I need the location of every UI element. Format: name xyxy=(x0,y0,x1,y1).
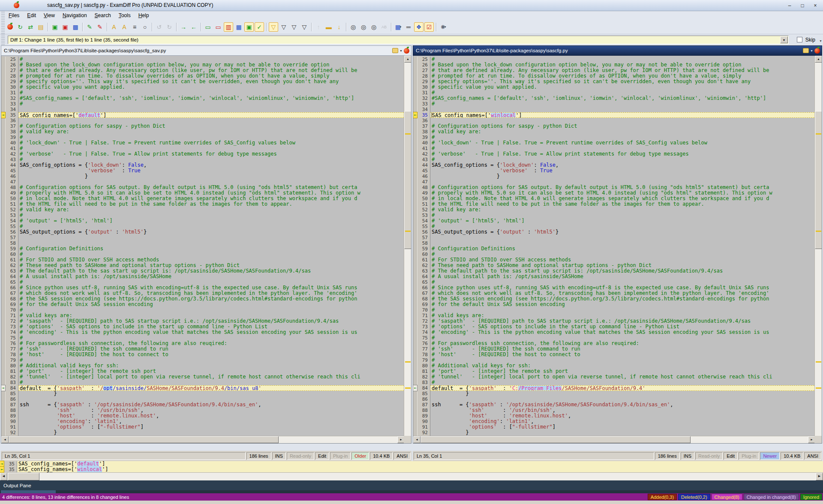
code-line[interactable]: 82# 'tunnel' - [integer] local port to o… xyxy=(413,374,814,380)
open-files-icon[interactable]: ▤ xyxy=(36,22,45,32)
code-line[interactable]: 86 xyxy=(413,396,814,402)
split-view-icon[interactable]: ▥ xyxy=(224,22,233,32)
code-line[interactable]: 34 xyxy=(413,107,814,112)
menu-files[interactable]: Files xyxy=(5,12,23,19)
code-line[interactable]: 92 } xyxy=(1,430,404,435)
code-line[interactable]: 90 'encoding': 'latin1', xyxy=(1,419,404,424)
minimize-button[interactable]: – xyxy=(784,1,796,10)
code-line[interactable]: 90 'encoding': 'latin1', xyxy=(413,419,814,424)
options-icon[interactable]: ✸▾ xyxy=(439,22,448,32)
scroll-up-icon[interactable]: ▲ xyxy=(404,56,412,63)
print-icon[interactable]: ≡ xyxy=(130,22,139,32)
scroll-right-icon[interactable]: ▶ xyxy=(816,473,823,480)
code-line[interactable]: 44SAS_config_options = {'lock_down': Fal… xyxy=(1,162,404,168)
code-line[interactable]: 91 'options' : ["-fullstimer"] xyxy=(413,424,814,430)
code-line[interactable]: 28# prompted for at run time. To dissall… xyxy=(1,73,404,79)
code-line[interactable]: 49# properly with HTML 5.0 so it can als… xyxy=(1,190,404,196)
save-as-first-icon[interactable]: A xyxy=(109,22,119,32)
code-line[interactable]: 33# xyxy=(1,101,404,107)
right-code-area[interactable]: 25#26# Based upon the lock_down configur… xyxy=(413,57,814,441)
code-line[interactable]: 61# For STDIO and STDIO over SSH access … xyxy=(1,257,404,263)
menu-search[interactable]: Search xyxy=(91,12,115,19)
code-line[interactable]: 53# xyxy=(413,213,814,218)
code-line[interactable]: →84default = {'saspath' : '/opt/sasinsid… xyxy=(1,385,404,391)
code-line[interactable]: 43# xyxy=(413,157,814,162)
code-line[interactable]: 72# 'saspath' - [REQUIRED] path to SAS s… xyxy=(413,318,814,324)
code-line[interactable]: 50# in local mode. Note that HTML 4.0 wi… xyxy=(413,196,814,201)
left-code-area[interactable]: 25#26# Based upon the lock_down configur… xyxy=(1,57,404,441)
code-line[interactable]: 85 } xyxy=(1,391,404,396)
save-all-icon[interactable]: ▩ xyxy=(71,22,80,32)
edit-first-icon[interactable]: ✎ xyxy=(85,22,94,32)
sync-scroll-icon[interactable]: ▣ xyxy=(244,22,254,32)
code-line[interactable]: 88 'ssh' : '/usr/bin/ssh', xyxy=(413,408,814,413)
code-line[interactable]: 68# the SAS session encoding (see https:… xyxy=(1,296,404,302)
code-line[interactable]: 73# 'options' - SAS options to include i… xyxy=(1,324,404,330)
code-line[interactable]: 70# xyxy=(1,307,404,313)
left-editor-pane[interactable]: 25#26# Based upon the lock_down configur… xyxy=(1,56,412,444)
code-line[interactable]: 25# xyxy=(1,57,404,62)
code-line[interactable]: 75# xyxy=(413,335,814,341)
code-line[interactable]: 73# 'options' - SAS options to include i… xyxy=(413,324,814,330)
code-line[interactable]: 91 'options' : ["-fullstimer"] xyxy=(1,424,404,430)
code-line[interactable]: 48# Configuration options for SAS output… xyxy=(413,185,814,190)
code-line[interactable]: 80# Additional valid keys for ssh: xyxy=(413,363,814,369)
code-line[interactable]: 68# the SAS session encoding (see https:… xyxy=(413,296,814,302)
recompare-icon[interactable]: ↻ xyxy=(15,22,25,32)
code-line[interactable]: 78# 'host' - [REQUIRED] the host to conn… xyxy=(413,352,814,357)
skip-checkbox[interactable] xyxy=(797,37,802,42)
code-line[interactable]: →35SAS_config_names=['default'] xyxy=(1,112,404,118)
code-line[interactable]: 37# Configuration options for saspy - py… xyxy=(1,123,404,129)
code-line[interactable]: 72# 'saspath' - [REQUIRED] path to SAS s… xyxy=(1,318,404,324)
code-line[interactable]: 64# A usual install path is: /opt/sasins… xyxy=(413,274,814,279)
left-file-header[interactable]: C:\Program Files\Python\Python37\Lib\sit… xyxy=(1,45,412,56)
right-vertical-scrollbar[interactable]: ▲▼ xyxy=(814,56,822,443)
code-line[interactable]: 55# xyxy=(1,224,404,229)
code-line[interactable]: 92 } xyxy=(413,430,814,435)
code-line[interactable]: 69# for the default Unix SAS session enc… xyxy=(413,302,814,307)
code-line[interactable]: 30# specific value you want applied. xyxy=(1,84,404,90)
code-line[interactable]: 47 xyxy=(413,179,814,185)
right-file-header[interactable]: C:\Program Files\Python\Python37\Lib\sit… xyxy=(413,45,822,56)
code-line[interactable]: 79# xyxy=(1,357,404,363)
code-line[interactable]: 34 xyxy=(1,107,404,112)
code-line[interactable]: 81# 'port' - [integer] the remote ssh po… xyxy=(1,369,404,374)
code-line[interactable]: 43# xyxy=(1,157,404,162)
code-line[interactable]: 85 } xyxy=(413,391,814,396)
code-line[interactable]: 38# valid key are: xyxy=(1,129,404,135)
find-icon[interactable]: ◎ xyxy=(348,22,358,32)
code-line[interactable]: 40# 'lock_down' - True | False. True = P… xyxy=(413,140,814,146)
code-line[interactable]: 56SAS_output_options = {'output' : 'html… xyxy=(1,229,404,235)
auto-recompare-icon[interactable]: ✓ xyxy=(255,22,264,32)
restore-button[interactable]: □ xyxy=(796,1,808,10)
find-prev-icon[interactable]: ◎ xyxy=(369,22,378,32)
code-line[interactable]: 50# in local mode. Note that HTML 4.0 wi… xyxy=(1,196,404,201)
code-line[interactable]: 33# xyxy=(413,101,814,107)
code-line[interactable]: 38# valid key are: xyxy=(413,129,814,135)
code-line[interactable]: 63# The default path to the sas start up… xyxy=(413,268,814,274)
code-line[interactable]: 77# 'ssh' - [REQUIRED] the ssh command t… xyxy=(413,346,814,352)
code-line[interactable]: ←35SAS_config_names=['winlocal'] xyxy=(413,112,814,118)
scroll-left-icon[interactable]: ◄ xyxy=(1,436,9,443)
chevron-down-icon[interactable]: ▼ xyxy=(819,39,822,42)
code-line[interactable]: 58 xyxy=(413,240,814,246)
code-line[interactable]: 74# 'encoding' - This is the python enco… xyxy=(1,330,404,335)
output-pane-header[interactable]: Output Pane xyxy=(0,480,823,490)
code-line[interactable]: 65# xyxy=(413,279,814,285)
save-file-icon[interactable] xyxy=(803,48,809,53)
code-line[interactable]: 29# specify options=''. This way it's sp… xyxy=(413,79,814,84)
copy-block-left-icon[interactable]: ← xyxy=(189,22,198,32)
code-line[interactable]: 48# Configuration options for SAS output… xyxy=(1,185,404,190)
code-line[interactable]: 60# xyxy=(1,252,404,257)
code-line[interactable]: 54# 'output' = ['html5', 'html'] xyxy=(1,218,404,224)
code-line[interactable]: 49# properly with HTML 5.0 so it can als… xyxy=(413,190,814,196)
save-second-icon[interactable]: ▣ xyxy=(60,22,70,32)
code-line[interactable]: 52# valid key are: xyxy=(413,207,814,213)
code-line[interactable]: 41# xyxy=(1,146,404,151)
code-line[interactable]: 59# Configuration Definitions xyxy=(1,246,404,252)
code-line[interactable]: 51# the HTML file will need to be put in… xyxy=(413,201,814,207)
code-line[interactable]: 61# For STDIO and STDIO over SSH access … xyxy=(413,257,814,263)
code-line[interactable]: 47 xyxy=(1,179,404,185)
code-line[interactable]: 52# valid key are: xyxy=(1,207,404,213)
scroll-left-icon[interactable]: ◀ xyxy=(0,473,7,480)
